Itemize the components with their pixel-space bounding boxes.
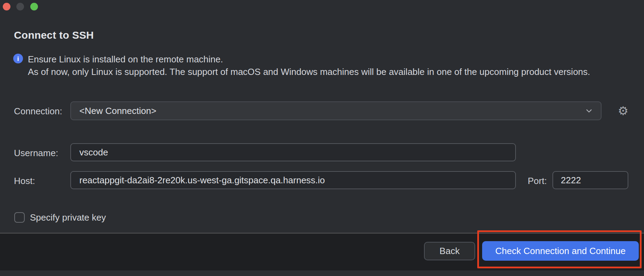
info-icon: i xyxy=(13,54,23,63)
notice-line-1: Ensure Linux is installed on the remote … xyxy=(28,53,590,66)
page-title: Connect to SSH xyxy=(14,29,94,41)
port-input[interactable] xyxy=(552,171,628,189)
port-label: Port: xyxy=(528,176,547,186)
connect-to-ssh-dialog: Connect to SSH i Ensure Linux is install… xyxy=(0,0,644,276)
zoom-window-button[interactable] xyxy=(30,3,38,10)
notice-text: Ensure Linux is installed on the remote … xyxy=(28,53,590,78)
connection-dropdown[interactable]: <New Connection> xyxy=(70,101,602,120)
chevron-down-icon xyxy=(584,106,594,116)
host-input[interactable] xyxy=(70,171,516,189)
username-label: Username: xyxy=(14,148,58,159)
connection-dropdown-value: <New Connection> xyxy=(71,106,584,116)
username-input[interactable] xyxy=(70,143,516,161)
minimize-window-button[interactable] xyxy=(16,3,24,10)
specify-private-key-checkbox[interactable] xyxy=(14,212,25,223)
gear-icon[interactable]: ⚙ xyxy=(615,103,631,118)
close-window-button[interactable] xyxy=(3,3,10,10)
specify-private-key-label[interactable]: Specify private key xyxy=(30,212,106,223)
connection-label: Connection: xyxy=(14,106,62,117)
host-label: Host: xyxy=(14,176,35,186)
info-icon-glyph: i xyxy=(17,55,19,62)
back-button[interactable]: Back xyxy=(424,242,475,260)
check-connection-and-continue-button[interactable]: Check Connection and Continue xyxy=(482,241,639,261)
notice-line-2: As of now, only Linux is supported. The … xyxy=(28,66,590,78)
window-bottom-edge xyxy=(0,270,644,276)
